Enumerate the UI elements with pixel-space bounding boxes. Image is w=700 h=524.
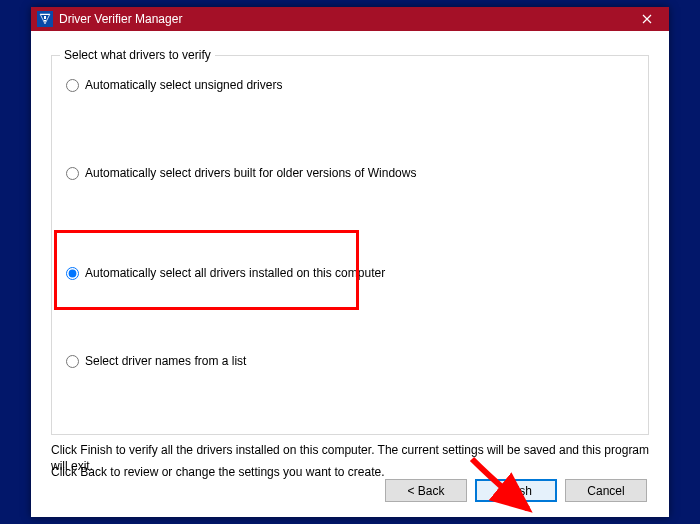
radio-select-from-list[interactable]: Select driver names from a list xyxy=(66,354,246,368)
close-icon xyxy=(642,14,652,24)
window-title: Driver Verifier Manager xyxy=(59,12,624,26)
titlebar[interactable]: Driver Verifier Manager xyxy=(31,7,669,31)
button-row: < Back Finish Cancel xyxy=(385,479,647,502)
radio-unsigned-drivers[interactable]: Automatically select unsigned drivers xyxy=(66,78,282,92)
radio-all-installed-drivers[interactable]: Automatically select all drivers install… xyxy=(66,266,385,280)
cancel-button[interactable]: Cancel xyxy=(565,479,647,502)
radio-label: Automatically select unsigned drivers xyxy=(85,78,282,92)
radio-input[interactable] xyxy=(66,79,79,92)
back-button[interactable]: < Back xyxy=(385,479,467,502)
radio-input[interactable] xyxy=(66,355,79,368)
groupbox-legend: Select what drivers to verify xyxy=(60,48,215,62)
svg-rect-1 xyxy=(44,20,46,22)
app-icon xyxy=(37,11,53,27)
radio-input[interactable] xyxy=(66,167,79,180)
finish-button[interactable]: Finish xyxy=(475,479,557,502)
radio-label: Automatically select all drivers install… xyxy=(85,266,385,280)
radio-input[interactable] xyxy=(66,267,79,280)
radio-label: Select driver names from a list xyxy=(85,354,246,368)
radio-older-windows-drivers[interactable]: Automatically select drivers built for o… xyxy=(66,166,416,180)
radio-label: Automatically select drivers built for o… xyxy=(85,166,416,180)
driver-select-groupbox: Select what drivers to verify Automatica… xyxy=(51,55,649,435)
svg-rect-0 xyxy=(44,16,46,19)
close-button[interactable] xyxy=(624,7,669,31)
dialog-window: Driver Verifier Manager Select what driv… xyxy=(31,7,669,517)
client-area: Select what drivers to verify Automatica… xyxy=(31,31,669,517)
